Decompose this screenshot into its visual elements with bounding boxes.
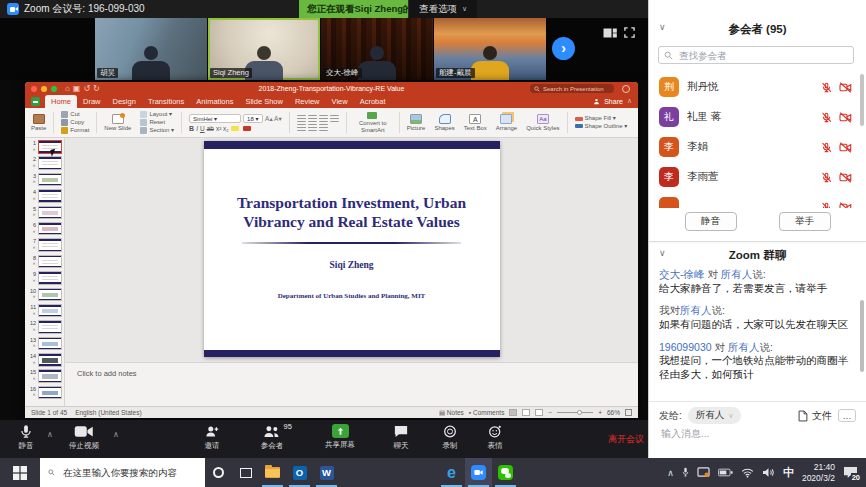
tray-battery-icon[interactable] [718, 468, 733, 477]
paste-button[interactable]: Paste [29, 110, 48, 135]
font-group[interactable]: SimHei ▾ 18 ▾ A▴ A▾ B I U ab x² x₂ [187, 110, 284, 135]
send-to-select[interactable]: 所有人 ∨ [688, 407, 742, 424]
slide-sorter-view-button[interactable] [522, 409, 530, 416]
chat-more-button[interactable]: … [838, 409, 856, 422]
zoom-level[interactable]: 66% [607, 409, 620, 416]
send-file-button[interactable]: 文件 [798, 409, 832, 423]
view-options-button[interactable]: 查看选项 ∨ [408, 0, 477, 18]
arrange-button[interactable]: Arrange [494, 110, 519, 135]
ppt-tab-draw[interactable]: Draw [77, 95, 107, 108]
tray-volume-icon[interactable] [762, 467, 775, 478]
word-icon[interactable]: W [313, 458, 340, 487]
notes-toggle[interactable]: ▤ Notes [439, 409, 464, 417]
slide-thumbnail[interactable]: 7∗ [25, 238, 64, 254]
record-button[interactable]: 录制 [443, 424, 458, 451]
raise-hand-button[interactable]: 举手 [779, 212, 831, 231]
slide-thumbnail[interactable]: 6∗ [25, 222, 64, 238]
participant-search-input[interactable] [677, 49, 848, 62]
reactions-button[interactable]: 表情 [488, 424, 503, 451]
ppt-tab-acrobat[interactable]: Acrobat [354, 95, 392, 108]
slide-thumbnail[interactable]: 1∗ [25, 140, 64, 156]
mute-me-button[interactable]: 静音 [685, 212, 737, 231]
cortana-button[interactable] [205, 458, 232, 487]
participant-row[interactable]: 李李雨萱 [649, 162, 866, 192]
taskbar-search-box[interactable] [40, 458, 205, 487]
participants-button[interactable]: 95 参会者 [261, 424, 284, 451]
slide-thumbnail[interactable]: 10∗ [25, 288, 64, 304]
ppt-tab-home[interactable]: Home [45, 95, 77, 108]
ppt-search-field[interactable]: Search in Presentation [530, 84, 614, 93]
wechat-icon[interactable] [492, 458, 519, 487]
tray-microphone-icon[interactable] [682, 467, 689, 478]
invite-button[interactable]: 邀请 [205, 424, 220, 451]
fit-slide-button[interactable] [625, 409, 632, 416]
slide-canvas[interactable]: Transportation Investment, Urban Vibranc… [204, 141, 500, 357]
participant-search-box[interactable] [658, 46, 854, 64]
fullscreen-icon[interactable] [624, 24, 635, 42]
participants-scrollbar[interactable] [860, 74, 864, 126]
chat-message-input[interactable] [659, 427, 856, 440]
ime-indicator[interactable]: 中 [783, 465, 794, 480]
ppt-tab-review[interactable]: Review [289, 95, 326, 108]
video-tile[interactable]: 船建-戴晨 [434, 18, 546, 80]
task-view-button[interactable] [232, 458, 259, 487]
ppt-share-button[interactable]: Share ∧ [593, 97, 632, 105]
font-name-select[interactable]: SimHei ▾ [189, 114, 241, 123]
slide-thumbnail[interactable]: 14∗ [25, 353, 64, 369]
mute-button[interactable]: 静音 [19, 424, 34, 451]
clipboard-group[interactable]: Cut Copy Format [59, 110, 91, 135]
ppt-tab-animations[interactable]: Animations [190, 95, 239, 108]
tray-wifi-icon[interactable] [741, 468, 754, 478]
stop-video-button[interactable]: 停止视频 [69, 424, 99, 451]
feedback-smiley-icon[interactable] [622, 85, 630, 93]
ppt-tab-slide-show[interactable]: Slide Show [239, 95, 289, 108]
taskbar-clock[interactable]: 21:40 2020/3/2 [802, 462, 835, 483]
slide-thumbnail[interactable]: 16∗ [25, 386, 64, 402]
font-size-select[interactable]: 18 ▾ [243, 114, 263, 123]
notes-pane[interactable]: Click to add notes [65, 362, 638, 406]
slide-thumbnail[interactable]: 2∗ [25, 156, 64, 172]
slide-thumbnail[interactable]: 9∗ [25, 271, 64, 287]
video-tile[interactable]: Siqi Zheng [208, 18, 320, 80]
video-tile[interactable]: 胡昊 [95, 18, 207, 80]
slide-thumbnail[interactable]: 15∗ [25, 369, 64, 385]
zoom-in-button[interactable]: + [598, 409, 602, 416]
zoom-slider[interactable] [557, 412, 593, 413]
slide-thumbnail[interactable]: 12∗ [25, 320, 64, 336]
tray-screen-share-icon[interactable] [697, 467, 710, 478]
chat-button[interactable]: 聊天 [393, 424, 409, 451]
next-videos-button[interactable]: › [552, 37, 575, 60]
leave-meeting-button[interactable]: 离开会议 [608, 433, 644, 446]
quick-styles-button[interactable]: Aa Quick Styles [524, 110, 561, 135]
tray-expand-chevron[interactable]: ∧ [667, 468, 674, 478]
video-options-chevron[interactable]: ∧ [113, 430, 119, 439]
slide-thumbnail[interactable]: 13∗ [25, 337, 64, 353]
text-box-button[interactable]: A Text Box [462, 110, 489, 135]
ppt-tab-design[interactable]: Design [107, 95, 142, 108]
video-tile[interactable]: 交大-徐峰 [321, 18, 433, 80]
picture-button[interactable]: Picture [405, 110, 428, 135]
slideshow-view-button[interactable] [535, 409, 543, 416]
participant-row[interactable]: 荆荆丹悦 [649, 72, 866, 102]
ppt-titlebar[interactable]: ⌂▣↺↻ 2018-Zheng-Transportation-Vibrancy-… [25, 82, 638, 95]
participant-row[interactable] [649, 192, 866, 208]
slide-thumbnail[interactable]: 11∗ [25, 304, 64, 320]
start-button[interactable] [0, 458, 40, 487]
slide-editing-area[interactable]: Transportation Investment, Urban Vibranc… [65, 138, 638, 362]
language-indicator[interactable]: English (United States) [75, 409, 141, 416]
ppt-tab-view[interactable]: View [326, 95, 354, 108]
participant-row[interactable]: 礼礼里 蒋 [649, 102, 866, 132]
taskbar-search-input[interactable] [61, 466, 197, 479]
file-explorer-icon[interactable] [259, 458, 286, 487]
paragraph-group[interactable] [295, 110, 341, 135]
slide-thumbnail[interactable]: 4∗ [25, 189, 64, 205]
action-center-button[interactable]: 20 [843, 466, 858, 479]
slide-thumbnail[interactable]: 5∗ [25, 206, 64, 222]
slides-group[interactable]: Layout ▾ Reset Section ▾ [138, 110, 176, 135]
new-slide-button[interactable]: New Slide [102, 110, 133, 135]
edge-icon[interactable]: e [438, 458, 465, 487]
ppt-tab-transitions[interactable]: Transitions [142, 95, 190, 108]
zoom-out-button[interactable]: − [548, 409, 552, 416]
zoom-taskbar-icon[interactable] [465, 458, 492, 487]
gallery-view-icon[interactable] [603, 24, 617, 42]
